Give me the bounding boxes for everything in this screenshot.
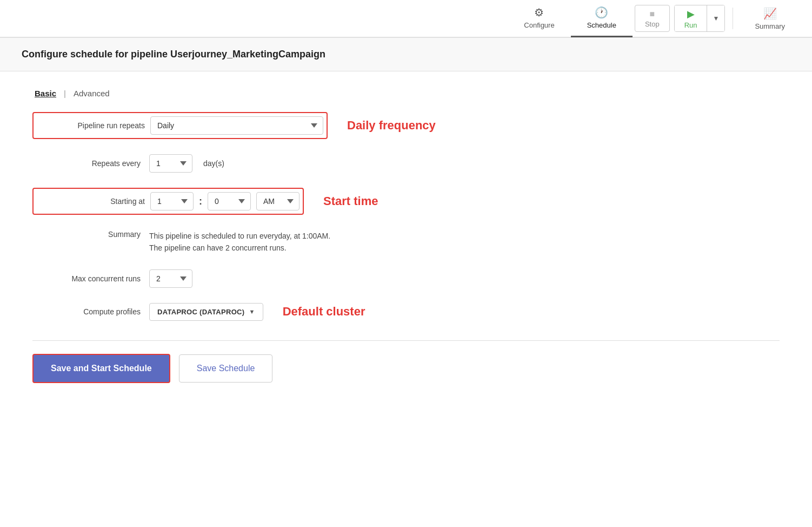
mode-separator: |: [64, 89, 66, 98]
nav-divider: [733, 8, 733, 29]
schedule-icon: 🕐: [595, 6, 608, 19]
summary-field-label: Summary: [32, 230, 141, 239]
run-button[interactable]: ▶ Run: [675, 5, 708, 31]
form-section: Pipeline run repeats Daily Hourly Weekly…: [32, 112, 519, 321]
summary-line2: The pipeline can have 2 concurrent runs.: [149, 242, 330, 254]
starting-at-minute-select[interactable]: 0153045: [208, 192, 251, 210]
schedule-label: Schedule: [587, 21, 616, 29]
stop-button[interactable]: ■ Stop: [635, 5, 670, 32]
start-time-annotation: Start time: [323, 194, 378, 208]
starting-at-ampm-select[interactable]: AMPM: [256, 192, 299, 210]
footer-buttons: Save and Start Schedule Save Schedule: [32, 354, 780, 394]
pipeline-run-repeats-highlight: Pipeline run repeats Daily Hourly Weekly…: [32, 112, 328, 139]
compute-profiles-button[interactable]: DATAPROC (DATAPROC) ▼: [149, 303, 263, 321]
tab-basic[interactable]: Basic: [32, 88, 58, 99]
summary-line1: This pipeline is scheduled to run everyd…: [149, 230, 330, 242]
save-and-start-button[interactable]: Save and Start Schedule: [32, 354, 170, 383]
starting-at-label: Starting at: [37, 197, 145, 206]
compute-profiles-value: DATAPROC (DATAPROC): [157, 308, 244, 316]
repeats-every-row: Repeats every 1 2 3 7 day(s): [32, 154, 519, 173]
compute-profiles-label: Compute profiles: [32, 307, 141, 316]
repeats-every-label: Repeats every: [32, 159, 141, 168]
daily-frequency-annotation: Daily frequency: [347, 118, 436, 133]
configure-icon: ⚙: [534, 6, 544, 19]
summary-tab[interactable]: 📈 Summary: [738, 0, 801, 37]
footer-divider: [32, 340, 780, 341]
run-arrow-icon: ▼: [713, 15, 719, 22]
summary-label: Summary: [755, 22, 785, 30]
max-concurrent-select[interactable]: 12345: [149, 269, 192, 288]
stop-label: Stop: [645, 20, 660, 28]
mode-tabs: Basic | Advanced: [32, 88, 780, 99]
main-content: Basic | Advanced Pipeline run repeats Da…: [0, 71, 812, 410]
page-header: Configure schedule for pipeline Userjour…: [0, 38, 812, 71]
run-dropdown-arrow[interactable]: ▼: [707, 5, 724, 31]
max-concurrent-label: Max concurrent runs: [32, 274, 141, 283]
compute-profiles-row: Compute profiles DATAPROC (DATAPROC) ▼ D…: [32, 303, 519, 321]
pipeline-run-repeats-row: Pipeline run repeats Daily Hourly Weekly…: [32, 112, 519, 139]
summary-text: This pipeline is scheduled to run everyd…: [149, 230, 330, 254]
pipeline-run-repeats-select[interactable]: Daily Hourly Weekly Monthly: [150, 116, 323, 135]
summary-row: Summary This pipeline is scheduled to ru…: [32, 230, 519, 254]
max-concurrent-row: Max concurrent runs 12345: [32, 269, 519, 288]
configure-tab[interactable]: ⚙ Configure: [508, 0, 570, 37]
top-nav: ⚙ Configure 🕐 Schedule ■ Stop ▶ Run ▼ 📈 …: [0, 0, 812, 38]
schedule-tab[interactable]: 🕐 Schedule: [571, 0, 633, 37]
run-label: Run: [684, 21, 697, 29]
run-button-group: ▶ Run ▼: [674, 5, 726, 32]
run-icon: ▶: [687, 8, 695, 20]
days-unit-label: day(s): [203, 159, 224, 168]
default-cluster-annotation: Default cluster: [283, 305, 365, 319]
compute-profiles-arrow: ▼: [249, 308, 255, 315]
save-schedule-button[interactable]: Save Schedule: [179, 354, 273, 383]
repeats-every-select[interactable]: 1 2 3 7: [149, 154, 192, 173]
starting-at-highlight: Starting at 1234 5678 9101112 : 0153045 …: [32, 188, 304, 215]
page-title: Configure schedule for pipeline Userjour…: [22, 49, 790, 60]
tab-advanced[interactable]: Advanced: [71, 88, 112, 99]
pipeline-run-repeats-label: Pipeline run repeats: [37, 121, 145, 130]
time-colon: :: [199, 196, 202, 207]
configure-label: Configure: [524, 21, 554, 29]
summary-icon: 📈: [763, 7, 777, 20]
starting-at-row: Starting at 1234 5678 9101112 : 0153045 …: [32, 188, 519, 215]
starting-at-hour-select[interactable]: 1234 5678 9101112: [150, 192, 194, 210]
stop-icon: ■: [649, 9, 655, 19]
